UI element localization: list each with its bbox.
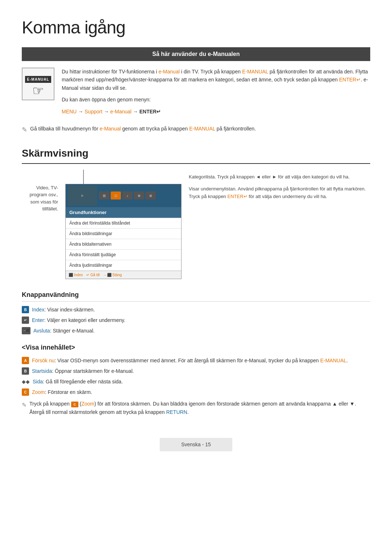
- content-a-text: Försök nu: Visar OSD-menyn som överensst…: [32, 357, 348, 364]
- icon3: ♪: [122, 192, 132, 200]
- content-item-arrow: ◆◆ Sida: Gå till föregående eller nästa …: [22, 378, 370, 386]
- intro-para-1: Du hittar instruktioner för TV-funktione…: [62, 68, 370, 92]
- content-item-b: B Startsida: Öppnar startskärmen för e-M…: [22, 367, 370, 375]
- key-item-enter: ↵ Enter: Väljer en kategori eller underm…: [22, 317, 370, 324]
- right-note-2: Visar undermenylistan. Använd pilknappar…: [189, 185, 370, 201]
- note-sym: ✎: [22, 400, 26, 416]
- badge-exit: →⬛: [22, 327, 30, 334]
- link-emanual-btn: E-MANUAL: [242, 69, 268, 74]
- menu-item-1: Ändra det förinställda tillståndet: [66, 218, 181, 229]
- content-arrow-text: Sida: Gå till föregående eller nästa sid…: [33, 378, 123, 386]
- return-ref: RETURN: [166, 409, 187, 415]
- screen-bottom-bar: ⬛ Index ↵ Gå till →⬛ Stäng: [66, 271, 181, 279]
- right-note-1: Kategorilista. Tryck på knappen ◄ eller …: [189, 173, 370, 181]
- icon1: ⊞: [99, 192, 109, 200]
- icon5: ⊗: [146, 192, 156, 200]
- note-text: Gå tillbaka till huvudmenyn för e-Manual…: [30, 125, 256, 135]
- note-emanual-link[interactable]: e-Manual: [99, 126, 121, 132]
- zoom-note-text: Tryck på knappen C (Zoom) för att försto…: [29, 400, 370, 416]
- intro-block: E-MANUAL ☞ Du hittar instruktioner för T…: [22, 68, 370, 119]
- key-exit-text: Avsluta: Stänger e-Manual.: [33, 327, 95, 335]
- startsida-link[interactable]: Startsida: [32, 368, 52, 374]
- zoom-link[interactable]: Zoom: [32, 389, 45, 395]
- forsok-link[interactable]: Försök nu: [32, 358, 54, 363]
- menu-item-5: Ändra ljudinställningar: [66, 260, 181, 271]
- emanual-link[interactable]: e-Manual: [110, 109, 131, 114]
- note-emanual-btn: E-MANUAL: [189, 126, 215, 132]
- sida-link[interactable]: Sida: [33, 379, 43, 384]
- index-link[interactable]: Index: [32, 307, 44, 313]
- menu-item-2: Ändra bildinställningar: [66, 229, 181, 239]
- enter-link[interactable]: Enter: [32, 317, 44, 323]
- zoom-ref[interactable]: Zoom: [81, 401, 94, 407]
- knapp-title: Knappanvändning: [22, 290, 370, 302]
- visa-title: <Visa innehållet>: [22, 343, 370, 352]
- goto-label: ↵ Gå till: [86, 272, 99, 278]
- badge-arrow: ◆◆: [22, 378, 30, 386]
- note-icon: ✎: [22, 125, 27, 135]
- menu-line: MENU → Support → e-Manual → ENTER↵: [62, 108, 370, 116]
- menu-item-4: Ändra förinställt ljudläge: [66, 250, 181, 260]
- close-label: →⬛ Stäng: [103, 272, 122, 278]
- content-item-a: A Försök nu: Visar OSD-menyn som överens…: [22, 357, 370, 364]
- enter-ref: ENTER↵: [227, 194, 247, 199]
- content-c-text: Zoom: Förstorar en skärm.: [32, 388, 92, 396]
- badge-b: B: [22, 306, 29, 313]
- screen-category: Grundfunktioner: [66, 207, 181, 218]
- menu-item-3: Ändra bildalternativen: [66, 239, 181, 250]
- key-item-exit: →⬛ Avsluta: Stänger e-Manual.: [22, 327, 370, 335]
- exit-link[interactable]: Avsluta: [33, 328, 50, 334]
- badge-b2: B: [22, 367, 29, 375]
- content-item-c: C Zoom: Förstorar en skärm.: [22, 388, 370, 396]
- support-link[interactable]: Support: [85, 109, 102, 114]
- screen-right-notes: Kategorilista. Tryck på knappen ◄ eller …: [189, 170, 370, 205]
- link-emanual[interactable]: e-Manual: [159, 69, 180, 74]
- enter-link: ENTER↵: [139, 109, 161, 114]
- screen-left-label: Video, TV-program osv.,som visas förtill…: [22, 170, 58, 213]
- key-item-index: B Index: Visar index-skärmen.: [22, 306, 370, 314]
- key-enter-text: Enter: Väljer en kategori eller undermen…: [32, 317, 125, 324]
- thumbnail: ▶: [68, 186, 97, 206]
- menu-link[interactable]: MENU: [62, 109, 77, 114]
- page-title: Komma igång: [22, 15, 370, 41]
- badge-c: C: [22, 388, 29, 396]
- section-header: Så här använder du e-Manualen: [22, 47, 370, 61]
- intro-text: Du hittar instruktioner för TV-funktione…: [62, 68, 370, 119]
- link-enter: ENTER↵: [339, 77, 360, 82]
- emanual-label: E-MANUAL: [25, 76, 51, 83]
- zoom-note: ✎ Tryck på knappen C (Zoom) för att förs…: [22, 400, 370, 416]
- hand-icon: ☞: [32, 84, 44, 97]
- section2-title: Skärmvisning: [22, 146, 370, 164]
- icon4: ⊕: [134, 192, 144, 200]
- intro-para-2: Du kan även öppna den genom menyn:: [62, 96, 370, 104]
- icon2: ⊡: [111, 192, 121, 200]
- note-badge-c: C: [71, 402, 78, 407]
- badge-a: A: [22, 357, 29, 364]
- badge-enter: ↵: [22, 317, 29, 324]
- note-line: ✎ Gå tillbaka till huvudmenyn för e-Manu…: [22, 125, 370, 135]
- index-label: ⬛ Index: [69, 272, 83, 278]
- emanual-btn2: E-MANUAL: [320, 358, 346, 363]
- screen-demo: ▶ ⊞ ⊡ ♪ ⊕ ⊗ Grundfunktioner Ändra det fö…: [65, 184, 181, 279]
- screen-demo-area: Video, TV-program osv.,som visas förtill…: [22, 170, 370, 279]
- content-b-text: Startsida: Öppnar startskärmen för e-Man…: [32, 367, 134, 375]
- emanual-icon: E-MANUAL ☞: [22, 68, 54, 100]
- key-index-text: Index: Visar index-skärmen.: [32, 306, 95, 314]
- page-footer: Svenska - 15: [160, 438, 232, 451]
